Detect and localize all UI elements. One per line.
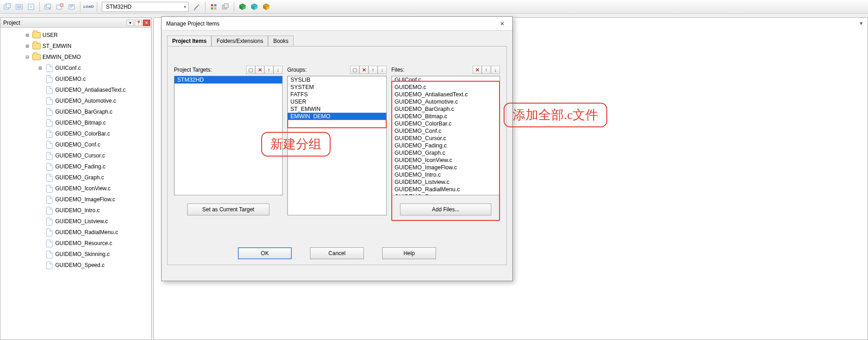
groups-move-down-button[interactable]: ↓ <box>378 66 387 74</box>
list-item[interactable]: GUIDEMO_RadialMenu.c <box>392 186 500 193</box>
list-item[interactable]: GUIDEMO_AntialiasedText.c <box>392 91 500 98</box>
list-item[interactable]: FATFS <box>288 91 386 98</box>
toolbar-clean-icon[interactable] <box>26 1 37 12</box>
folder-icon <box>32 53 41 61</box>
toolbar-rebuild-icon[interactable] <box>14 1 25 12</box>
dialog-close-button[interactable]: ✕ <box>496 19 509 29</box>
targets-move-up-button[interactable]: ↑ <box>264 66 274 74</box>
ok-button[interactable]: OK <box>238 247 292 259</box>
list-item[interactable]: GUIDEMO_Automotive.c <box>392 98 500 105</box>
targets-move-down-button[interactable]: ↓ <box>274 66 283 74</box>
tree-file[interactable]: GUIDEMO_ImageFlow.c <box>0 194 151 205</box>
toolbar-rte-icon[interactable] <box>249 1 260 12</box>
tree-folder[interactable]: ⊟EMWIN_DEMO <box>0 52 151 63</box>
tree-file[interactable]: GUIDEMO_Automotive.c <box>0 95 151 106</box>
cancel-button[interactable]: Cancel <box>310 247 364 259</box>
list-item[interactable]: USER <box>288 98 386 105</box>
toolbar-manage-items-icon[interactable] <box>208 1 219 12</box>
toolbar-download-icon[interactable] <box>66 1 77 12</box>
help-button[interactable]: Help <box>382 247 436 259</box>
list-item[interactable]: GUIDEMO_Fading.c <box>392 142 500 149</box>
list-item[interactable]: EMWIN_DEMO <box>288 113 386 120</box>
list-item[interactable]: GUIDEMO_Intro.c <box>392 171 500 178</box>
list-item[interactable]: SYSLIB <box>288 76 386 84</box>
list-item[interactable]: STM32HD <box>174 76 282 84</box>
panel-pin-icon[interactable]: 📍 <box>135 20 142 26</box>
list-item[interactable]: GUIDEMO_Bitmap.c <box>392 113 500 120</box>
panel-menu-icon[interactable]: ▾ <box>126 20 134 26</box>
set-current-target-button[interactable]: Set as Current Target <box>187 204 269 215</box>
list-item[interactable]: GUIDEMO_Cursor.c <box>392 135 500 142</box>
tree-file[interactable]: ⊞GUIConf.c <box>0 63 151 73</box>
tree-expand-toggle[interactable]: ⊞ <box>37 65 43 71</box>
toolbar-build-icon[interactable] <box>2 1 13 12</box>
list-item[interactable]: GUIDEMO_ColorBar.c <box>392 120 500 127</box>
groups-listbox[interactable]: SYSLIBSYSTEMFATFSUSERST_EMWINEMWIN_DEMO <box>287 76 387 215</box>
add-files-button[interactable]: Add Files... <box>400 204 491 215</box>
tree-item-label: GUIDEMO_Conf.c <box>55 141 100 148</box>
toolbar-pack-icon[interactable] <box>237 1 248 12</box>
tree-file[interactable]: GUIDEMO_Resource.c <box>0 238 151 249</box>
groups-new-button[interactable]: ▢ <box>350 66 359 74</box>
list-item[interactable]: GUIDEMO_BarGraph.c <box>392 105 500 113</box>
tree-expand-toggle[interactable]: ⊞ <box>24 43 31 49</box>
toolbar-load-icon[interactable]: LOAD <box>83 1 94 12</box>
list-item[interactable]: GUIDEMO_IconView.c <box>392 157 500 164</box>
list-item[interactable]: GUIDEMO_Conf.c <box>392 127 500 135</box>
tree-file[interactable]: GUIDEMO_Listview.c <box>0 216 151 227</box>
main-toolbar: LOAD STM32HD ▾ <box>0 0 868 14</box>
list-item[interactable]: ST_EMWIN <box>288 105 386 113</box>
tree-file[interactable]: GUIDEMO_Conf.c <box>0 139 151 150</box>
tree-item-label: GUIDEMO_Graph.c <box>55 174 104 181</box>
toolbar-options-icon[interactable] <box>191 1 202 12</box>
file-icon <box>45 152 53 160</box>
tree-file[interactable]: GUIDEMO_Speed.c <box>0 260 151 271</box>
files-delete-button[interactable]: ✕ <box>473 66 482 74</box>
tree-expand-toggle[interactable]: ⊟ <box>24 54 31 60</box>
groups-delete-button[interactable]: ✕ <box>359 66 368 74</box>
list-item[interactable]: SYSTEM <box>288 84 386 91</box>
targets-new-button[interactable]: ▢ <box>246 66 255 74</box>
files-listbox[interactable]: GUIConf.cGUIDEMO.cGUIDEMO_AntialiasedTex… <box>391 76 500 195</box>
list-item[interactable]: GUIDEMO_Graph.c <box>392 149 500 157</box>
tree-file[interactable]: GUIDEMO_BarGraph.c <box>0 106 151 117</box>
files-move-down-button[interactable]: ↓ <box>491 66 500 74</box>
tree-file[interactable]: GUIDEMO_Graph.c <box>0 172 151 183</box>
tree-file[interactable]: GUIDEMO_AntialiasedText.c <box>0 84 151 95</box>
project-tree[interactable]: ⊞USER⊞ST_EMWIN⊟EMWIN_DEMO⊞GUIConf.cGUIDE… <box>0 28 151 340</box>
list-item[interactable]: GUIDEMO_Resource.c <box>392 193 500 195</box>
editor-window-menu-icon[interactable]: ▾ <box>857 20 865 27</box>
targets-listbox[interactable]: STM32HD <box>174 76 283 195</box>
tree-file[interactable]: GUIDEMO_ColorBar.c <box>0 128 151 139</box>
target-combobox[interactable]: STM32HD ▾ <box>102 2 189 12</box>
tree-expand-toggle[interactable]: ⊞ <box>24 32 31 38</box>
file-icon <box>45 195 53 204</box>
tree-file[interactable]: GUIDEMO_RadialMenu.c <box>0 227 151 238</box>
tree-item-label: GUIDEMO_BarGraph.c <box>55 109 112 115</box>
dialog-titlebar[interactable]: Manage Project Items ✕ <box>162 17 512 31</box>
list-item[interactable]: GUIDEMO.c <box>392 84 500 91</box>
tree-file[interactable]: GUIDEMO_Bitmap.c <box>0 117 151 128</box>
tree-file[interactable]: GUIDEMO.c <box>0 73 151 84</box>
tab-project-items[interactable]: Project Items <box>167 36 211 47</box>
tree-file[interactable]: GUIDEMO_Intro.c <box>0 205 151 216</box>
list-item[interactable]: GUIDEMO_ImageFlow.c <box>392 164 500 171</box>
tree-file[interactable]: GUIDEMO_Cursor.c <box>0 150 151 161</box>
files-move-up-button[interactable]: ↑ <box>482 66 491 74</box>
tree-folder[interactable]: ⊞ST_EMWIN <box>0 41 151 52</box>
tree-file[interactable]: GUIDEMO_IconView.c <box>0 183 151 194</box>
targets-delete-button[interactable]: ✕ <box>255 66 264 74</box>
toolbar-books-icon[interactable] <box>261 1 272 12</box>
panel-close-icon[interactable]: ✕ <box>143 20 150 26</box>
toolbar-multi-project-icon[interactable] <box>220 1 231 12</box>
toolbar-batch-build-icon[interactable] <box>42 1 53 12</box>
tree-file[interactable]: GUIDEMO_Fading.c <box>0 161 151 172</box>
toolbar-stop-build-icon[interactable] <box>54 1 65 12</box>
tab-books[interactable]: Books <box>268 36 293 47</box>
groups-move-up-button[interactable]: ↑ <box>368 66 378 74</box>
tree-folder[interactable]: ⊞USER <box>0 30 151 41</box>
tab-folders-extensions[interactable]: Folders/Extensions <box>211 36 268 47</box>
list-item[interactable]: GUIDEMO_Listview.c <box>392 178 500 186</box>
tree-file[interactable]: GUIDEMO_Skinning.c <box>0 249 151 260</box>
list-item[interactable]: GUIConf.c <box>392 76 500 84</box>
